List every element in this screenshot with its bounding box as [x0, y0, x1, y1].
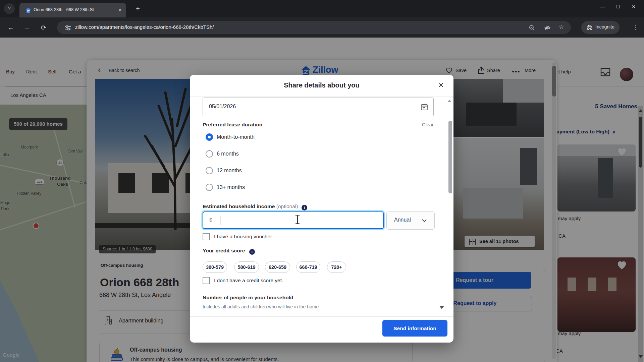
- zillow-favicon: [25, 7, 31, 13]
- browser-tab[interactable]: Orion 668 28th - 668 W 28th St ✕: [19, 3, 126, 17]
- window-maximize-button[interactable]: ❐: [610, 2, 626, 12]
- radio-label: Month-to-month: [217, 134, 255, 140]
- window-minimize-button[interactable]: —: [595, 2, 610, 12]
- tab-title-fade: [106, 5, 117, 15]
- browser-toolbar: ← → ⟳ zillow.com/apartments/los-angeles-…: [0, 17, 644, 38]
- move-in-date-input[interactable]: 05/01/2026: [203, 98, 434, 116]
- scroll-more-indicator: [439, 306, 444, 309]
- lease-option-12-months[interactable]: 12 months: [203, 167, 303, 175]
- send-information-button[interactable]: Send information: [382, 320, 447, 337]
- tab-title: Orion 668 28th - 668 W 28th St: [34, 7, 117, 13]
- voucher-checkbox[interactable]: [203, 233, 210, 240]
- bookmark-star-icon[interactable]: ☆: [559, 23, 564, 31]
- eye-off-icon[interactable]: [544, 24, 551, 31]
- tab-close-icon[interactable]: ✕: [117, 7, 123, 13]
- credit-pill-620-659[interactable]: 620-659: [265, 261, 290, 273]
- radio-unselected: [206, 167, 213, 174]
- window-controls: —❐✕: [595, 2, 641, 12]
- credit-pill-720-plus[interactable]: 720+: [327, 261, 346, 273]
- credit-info-icon[interactable]: i: [249, 249, 255, 255]
- radio-unselected: [206, 184, 213, 191]
- text-caret: [220, 216, 220, 225]
- lease-duration-label: Preferred lease duration: [203, 122, 262, 128]
- back-button[interactable]: ←: [6, 23, 15, 33]
- screen: ˅ Orion 668 28th - 668 W 28th St ✕ + —❐✕…: [0, 0, 644, 362]
- divider: [190, 97, 453, 97]
- radio-unselected: [206, 150, 213, 158]
- zillow-page: Buy Rent Sell Get a Get help Los Angeles…: [0, 38, 644, 362]
- share-details-modal: Share details about you ✕ 05/01/2026 Pre…: [190, 75, 453, 343]
- ibeam-cursor: [294, 215, 301, 225]
- income-optional-label: (optional): [276, 203, 298, 209]
- modal-scrollbar-thumb[interactable]: [448, 121, 452, 193]
- radio-label: 13+ months: [217, 184, 245, 190]
- menu-kebab-icon[interactable]: ⋮: [631, 23, 640, 33]
- credit-score-label: Your credit score: [203, 248, 245, 253]
- zoom-out-icon[interactable]: [529, 24, 535, 31]
- modal-close-icon[interactable]: ✕: [437, 81, 445, 89]
- move-in-date-value: 05/01/2026: [209, 104, 236, 110]
- radio-selected: [206, 133, 213, 141]
- voucher-label: I have a housing voucher: [214, 234, 272, 240]
- income-info-icon[interactable]: i: [302, 205, 307, 210]
- income-label: Estimated household income: [203, 203, 275, 209]
- radio-label: 12 months: [217, 168, 242, 174]
- household-label: Number of people in your household: [203, 295, 293, 301]
- frequency-select[interactable]: Annual: [386, 212, 435, 230]
- site-settings-icon[interactable]: [64, 24, 71, 31]
- modal-footer-divider: [190, 316, 453, 317]
- credit-pill-580-619[interactable]: 580-619: [234, 261, 259, 273]
- tab-search-button[interactable]: ˅: [4, 3, 15, 14]
- credit-pill-660-719[interactable]: 660-719: [296, 261, 320, 273]
- lease-option-month-to-month[interactable]: Month-to-month: [203, 133, 303, 141]
- reload-button[interactable]: ⟳: [39, 23, 48, 33]
- radio-label: 6 months: [217, 151, 239, 157]
- window-close-button[interactable]: ✕: [626, 2, 641, 12]
- lease-option-13-plus-months[interactable]: 13+ months: [203, 184, 303, 192]
- no-credit-checkbox[interactable]: [203, 277, 210, 284]
- clear-link[interactable]: Clear: [422, 122, 434, 127]
- household-help-text: Includes all adults and children who wil…: [203, 304, 319, 309]
- income-label-row: Estimated household income (optional) i: [203, 203, 307, 210]
- incognito-badge: Incognito: [581, 21, 620, 34]
- modal-title: Share details about you: [190, 81, 453, 89]
- tab-strip: ˅ Orion 668 28th - 668 W 28th St ✕ + —❐✕: [0, 0, 644, 17]
- credit-label-row: Your credit score i: [203, 248, 255, 254]
- income-input[interactable]: $: [203, 212, 384, 229]
- incognito-label: Incognito: [595, 24, 614, 29]
- calendar-icon[interactable]: [420, 103, 428, 111]
- address-bar[interactable]: zillow.com/apartments/los-angeles-ca/ori…: [57, 21, 571, 34]
- no-credit-label: I don't have a credit score yet.: [214, 278, 283, 284]
- url-text: zillow.com/apartments/los-angeles-ca/ori…: [75, 24, 214, 30]
- credit-pill-300-579[interactable]: 300-579: [203, 261, 227, 273]
- forward-button[interactable]: →: [22, 23, 32, 33]
- chevron-down-icon: [422, 219, 427, 222]
- modal-scroll-up-arrow[interactable]: [447, 100, 451, 102]
- incognito-icon: [586, 24, 593, 31]
- frequency-value: Annual: [394, 217, 411, 223]
- lease-option-6-months[interactable]: 6 months: [203, 150, 303, 158]
- currency-prefix: $: [209, 217, 212, 223]
- new-tab-button[interactable]: +: [133, 5, 142, 13]
